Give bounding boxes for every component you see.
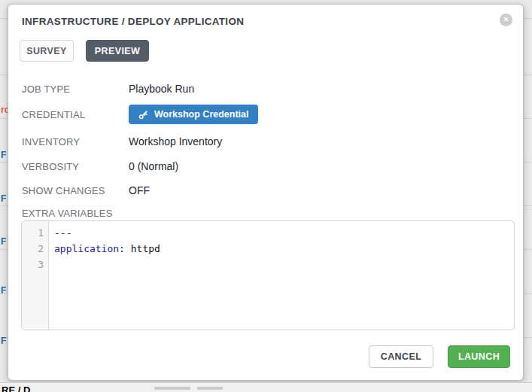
background-clipped-text-ghost xyxy=(197,387,223,390)
show-changes-row: SHOW CHANGES OFF xyxy=(22,185,509,200)
inventory-value: Workshop Inventory xyxy=(129,135,222,147)
verbosity-row: VERBOSITY 0 (Normal) xyxy=(22,161,509,176)
deploy-application-modal: INFRASTRUCTURE / DEPLOY APPLICATION ✕ SU… xyxy=(8,4,524,381)
editor-code-area: ---application: httpd xyxy=(49,221,514,330)
launch-button[interactable]: LAUNCH xyxy=(448,345,510,368)
verbosity-value: 0 (Normal) xyxy=(129,160,178,172)
editor-line-number: 1 xyxy=(22,225,44,241)
credential-label: CREDENTIAL xyxy=(22,109,123,120)
close-icon[interactable]: ✕ xyxy=(500,14,512,26)
extra-variables-label: EXTRA VARIABLES xyxy=(22,208,113,219)
inventory-label: INVENTORY xyxy=(22,136,123,147)
background-clipped-text-fragment: F xyxy=(1,193,6,204)
editor-code-line: application: httpd xyxy=(54,241,514,257)
page-background: rcFFFFF RE / D INFRASTRUCTURE / DEPLOY A… xyxy=(0,0,532,392)
background-clipped-link-text: RE / D xyxy=(2,384,30,392)
background-clipped-text-ghost xyxy=(154,387,190,390)
background-clipped-text-fragment: F xyxy=(1,236,6,247)
show-changes-value: OFF xyxy=(129,184,150,196)
credential-row: CREDENTIAL Workshop Credential xyxy=(22,109,509,124)
background-clipped-text-fragment: F xyxy=(1,150,6,160)
background-bottom-row: RE / D xyxy=(0,382,532,392)
modal-title: INFRASTRUCTURE / DEPLOY APPLICATION xyxy=(22,16,244,27)
job-type-row: JOB TYPE Playbook Run xyxy=(22,84,509,99)
editor-line-number: 3 xyxy=(22,257,44,272)
background-clipped-text-fragment: F xyxy=(1,285,6,296)
job-type-label: JOB TYPE xyxy=(22,84,123,95)
credential-badge[interactable]: Workshop Credential xyxy=(129,105,258,124)
job-type-value: Playbook Run xyxy=(129,83,194,95)
editor-line-numbers: 123 xyxy=(22,221,49,330)
cancel-button[interactable]: CANCEL xyxy=(369,345,433,368)
extra-variables-editor[interactable]: 123 ---application: httpd xyxy=(21,220,515,330)
credential-badge-label: Workshop Credential xyxy=(154,109,248,120)
tab-survey[interactable]: SURVEY xyxy=(20,40,74,62)
verbosity-label: VERBOSITY xyxy=(22,161,123,172)
tab-preview[interactable]: PREVIEW xyxy=(86,40,149,62)
background-clipped-text-fragment: F xyxy=(1,336,6,346)
editor-line-number: 2 xyxy=(22,241,44,257)
editor-code-line: --- xyxy=(54,225,514,241)
editor-code-line xyxy=(54,257,514,272)
inventory-row: INVENTORY Workshop Inventory xyxy=(22,136,509,151)
key-icon xyxy=(138,110,148,120)
show-changes-label: SHOW CHANGES xyxy=(22,185,123,196)
